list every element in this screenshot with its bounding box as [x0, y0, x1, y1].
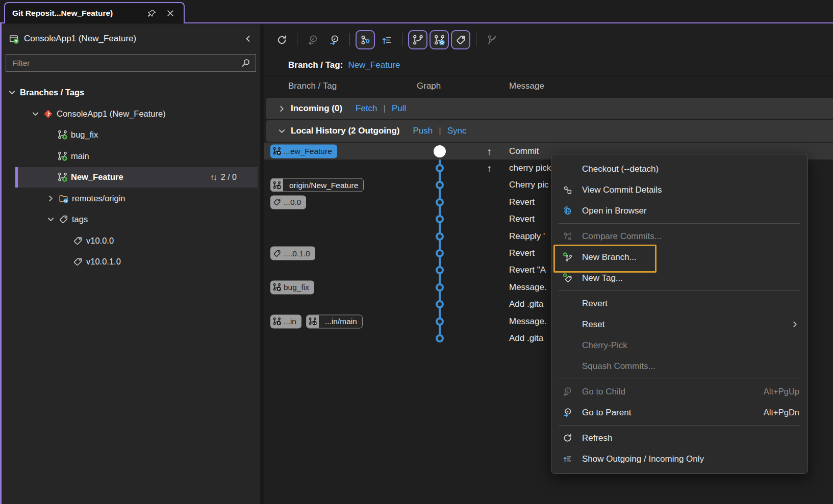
- toolbar-button-refresh[interactable]: [272, 30, 291, 49]
- column-header-message: Message: [509, 81, 544, 91]
- commit-node-ring[interactable]: [436, 300, 444, 308]
- new-branch-icon: [561, 252, 574, 262]
- branch-outgoing-icon: [58, 172, 71, 182]
- commit-node-ring[interactable]: [436, 164, 444, 172]
- pull-icon: [329, 35, 340, 45]
- sidebar-item-tag-v10-0-0[interactable]: v10.0.0: [2, 230, 260, 252]
- toolbar-button-pull[interactable]: [324, 30, 344, 49]
- branch-tag-value[interactable]: New_Feature: [348, 60, 400, 70]
- fetch-link[interactable]: Fetch: [356, 103, 377, 114]
- commit-node-ring[interactable]: [436, 317, 444, 326]
- commit-node-ring[interactable]: [436, 215, 444, 223]
- toolbar-separator: [476, 33, 476, 46]
- sidebar-item-branch-main[interactable]: main: [2, 146, 260, 167]
- sidebar-item-tag-v10-0-1-0[interactable]: v10.0.1.0: [2, 251, 260, 273]
- ref-label-pill[interactable]: origin/New_Feature: [270, 178, 364, 192]
- toolbar-button-fetch: [303, 30, 322, 49]
- ref-label-pill[interactable]: ...in: [270, 314, 301, 328]
- menu-item-new-tag[interactable]: New Tag...: [551, 268, 807, 288]
- menu-item-reset[interactable]: Reset: [551, 314, 807, 335]
- updown-icon: ↑↓: [210, 173, 216, 182]
- toolbar-button-show-remote-branches[interactable]: [430, 30, 449, 49]
- commit-node-head[interactable]: [434, 145, 446, 157]
- commit-details-icon: [561, 185, 574, 195]
- branch-remote-icon: [271, 179, 283, 192]
- commit-node-ring[interactable]: [436, 232, 444, 241]
- commit-node-ring[interactable]: [436, 266, 444, 274]
- column-header-graph: Graph: [417, 81, 441, 91]
- branch-tag-bar: Branch / Tag: New_Feature: [264, 55, 833, 75]
- menu-item-label: Cherry-Pick: [582, 340, 627, 351]
- local-history-section[interactable]: Local History (2 Outgoing) Push | Sync: [266, 120, 833, 142]
- menu-item-label: Checkout (--detach): [582, 164, 659, 174]
- sidebar-item-remotes-origin[interactable]: remotes/origin: [2, 188, 260, 209]
- submenu-chevron-icon: [791, 320, 799, 329]
- sidebar-item-branch-bug-fix[interactable]: bug_fix: [2, 124, 260, 146]
- push-link[interactable]: Push: [413, 126, 433, 136]
- ref-labels: ...0.0: [270, 195, 306, 209]
- tab-git-repository[interactable]: Git Reposit...New_Feature): [4, 2, 185, 23]
- commit-node-ring[interactable]: [436, 181, 444, 189]
- chevron-right-icon[interactable]: [46, 194, 59, 203]
- sidebar-item-branches-tags[interactable]: Branches / Tags: [2, 82, 260, 103]
- pin-icon[interactable]: [146, 7, 158, 19]
- commit-message: cherry pick: [509, 163, 551, 173]
- menu-item-cherry-pick: Cherry-Pick: [551, 335, 807, 356]
- toolbar-button-show-graph[interactable]: [356, 30, 375, 49]
- ref-label-pill[interactable]: bug_fix: [270, 280, 314, 294]
- chevron-left-icon[interactable]: [242, 33, 254, 45]
- toolbar-button-show-branches[interactable]: [408, 30, 427, 49]
- toolbar-separator: [349, 33, 350, 46]
- chevron-down-icon[interactable]: [31, 110, 43, 118]
- toolbar-button-show-tags[interactable]: [451, 30, 470, 49]
- new-tag-icon: [561, 273, 574, 283]
- menu-item-label: Squash Commits...: [582, 361, 655, 372]
- menu-item-squash-commits: Squash Commits...: [551, 356, 807, 377]
- menu-shortcut: Alt+PgUp: [764, 387, 799, 396]
- chevron-down-icon[interactable]: [8, 88, 20, 97]
- commit-message: Revert: [509, 214, 535, 224]
- branch-outgoing-icon: [58, 151, 71, 161]
- close-icon[interactable]: [164, 7, 176, 19]
- menu-item-go-to-child: Go to ChildAlt+PgUp: [551, 381, 807, 402]
- commit-node-ring[interactable]: [436, 249, 444, 257]
- menu-item-revert[interactable]: Revert: [551, 293, 807, 314]
- column-headers: Branch / Tag Graph Message: [264, 75, 833, 97]
- sidebar-divider[interactable]: [260, 24, 264, 504]
- menu-item-go-to-parent[interactable]: Go to ParentAlt+PgDn: [551, 402, 807, 423]
- incoming-section[interactable]: Incoming (0) Fetch | Pull: [266, 98, 833, 119]
- toolbar-button-outgoing-filter[interactable]: [377, 30, 396, 49]
- commit-node-ring[interactable]: [436, 283, 444, 291]
- commit-node-ring[interactable]: [436, 334, 444, 342]
- ref-label-pill[interactable]: ...in/main: [306, 314, 363, 328]
- ref-label-pill[interactable]: ...0.0: [270, 195, 306, 209]
- ref-labels: bug_fix: [270, 280, 314, 294]
- tag-icon: [273, 249, 281, 257]
- sync-link[interactable]: Sync: [447, 126, 467, 136]
- sidebar-item-tags[interactable]: tags: [2, 209, 260, 230]
- commit-node-ring[interactable]: [436, 198, 444, 206]
- chevron-down-icon[interactable]: [46, 215, 59, 224]
- ref-labels: ...in...in/main: [270, 314, 363, 328]
- ref-label-pill[interactable]: ...ew_Feature: [270, 144, 337, 158]
- sidebar-item-branch-new-feature[interactable]: New_Feature↑↓2 / 0: [2, 167, 260, 188]
- filter-input[interactable]: [11, 58, 237, 68]
- tree-item-label: v10.0.0: [86, 236, 114, 246]
- menu-item-show-outgoing-incoming[interactable]: Show Outgoing / Incoming Only: [551, 448, 807, 469]
- menu-item-checkout-detach[interactable]: Checkout (--detach): [551, 158, 807, 179]
- tree-item-label: ConsoleApp1 (New_Feature): [57, 109, 166, 119]
- branches-icon: [413, 35, 423, 45]
- menu-item-new-branch[interactable]: New Branch...: [551, 247, 807, 268]
- commit-message: Revert: [509, 197, 535, 207]
- ref-label-pill[interactable]: ....0.1.0: [270, 247, 315, 260]
- sidebar-item-repo-consoleapp1[interactable]: ConsoleApp1 (New_Feature): [2, 103, 260, 125]
- pull-link[interactable]: Pull: [392, 103, 406, 114]
- search-icon: [241, 58, 250, 68]
- chevron-right-icon[interactable]: [277, 104, 291, 113]
- menu-item-refresh[interactable]: Refresh: [551, 428, 807, 448]
- menu-item-open-in-browser[interactable]: Open in Browser: [551, 200, 807, 221]
- menu-item-view-commit-details[interactable]: View Commit Details: [551, 179, 807, 200]
- chevron-down-icon[interactable]: [277, 127, 291, 136]
- link-divider: |: [439, 126, 441, 136]
- menu-item-label: Revert: [582, 299, 608, 309]
